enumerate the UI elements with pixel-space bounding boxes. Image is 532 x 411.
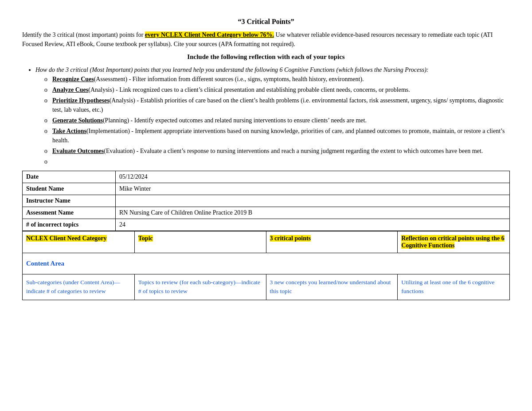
sub-item-empty <box>44 157 510 166</box>
reflection-header-text: Reflection on critical points using the … <box>401 235 505 249</box>
sub-text-4: - Identify expected outcomes and related… <box>129 117 367 124</box>
sub-note-5: (Implementation) <box>86 128 130 134</box>
bullet-item: How do the 3 critical (Most Important) p… <box>35 65 510 166</box>
content-area-row: Content Area <box>23 253 510 274</box>
sub-list: Recognize Cues(Assessment) - Filter info… <box>44 74 510 166</box>
instructor-value <box>116 195 510 207</box>
header-topic: Topic <box>134 231 266 253</box>
bullet-intro-text: How do the 3 critical (Most Important) p… <box>35 67 428 73</box>
instructor-label: Instructor Name <box>23 195 116 207</box>
sub-label-3: Prioritize Hypotheses <box>52 97 110 104</box>
main-header-row: NCLEX Client Need Category Topic 3 criti… <box>23 231 510 253</box>
sub-label-4: Generate Solutions <box>52 117 103 124</box>
sub-label-5: Take Actions <box>52 128 86 134</box>
info-row-date: Date 05/12/2024 <box>23 171 510 183</box>
intro-paragraph: Identify the 3 critical (most important)… <box>22 30 510 49</box>
sub-col4: Utilizing at least one of the 6 cognitiv… <box>398 274 510 300</box>
info-table: Date 05/12/2024 Student Name Mike Winter… <box>22 171 510 231</box>
header-reflection: Reflection on critical points using the … <box>398 231 510 253</box>
info-row-incorrect: # of incorrect topics 24 <box>23 219 510 231</box>
sub-item-2: Analyze Cues(Analysis) - Link recognized… <box>44 85 510 94</box>
header-nclex: NCLEX Client Need Category <box>23 231 135 253</box>
sub-header-row: Sub-categories (under Content Area)—indi… <box>23 274 510 300</box>
topic-header-text: Topic <box>138 235 153 242</box>
nclex-header-text: NCLEX Client Need Category <box>26 235 107 242</box>
main-table: NCLEX Client Need Category Topic 3 criti… <box>22 231 510 300</box>
sub-note-4: (Planning) <box>103 117 129 124</box>
sub-col3: 3 new concepts you learned/now understan… <box>266 274 398 300</box>
date-label: Date <box>23 171 116 183</box>
sub-col2: Topics to review (for each sub-category)… <box>134 274 266 300</box>
date-value: 05/12/2024 <box>116 171 510 183</box>
sub-item-1: Recognize Cues(Assessment) - Filter info… <box>44 74 510 84</box>
content-area-cell: Content Area <box>23 253 510 274</box>
info-row-student: Student Name Mike Winter <box>23 183 510 195</box>
sub-note-2: (Analysis) <box>88 86 114 93</box>
assessment-label: Assessment Name <box>23 207 116 219</box>
bullet-list: How do the 3 critical (Most Important) p… <box>35 65 510 166</box>
assessment-value: RN Nursing Care of Children Online Pract… <box>116 207 510 219</box>
incorrect-value: 24 <box>116 219 510 231</box>
sub-note-6: (Evaluation) <box>104 148 135 154</box>
intro-highlight: every NCLEX Client Need Category below 7… <box>145 31 274 38</box>
sub-item-6: Evaluate Outcomes(Evaluation) - Evaluate… <box>44 146 510 156</box>
content-area-label: Content Area <box>26 260 64 267</box>
sub-item-4: Generate Solutions(Planning) - Identify … <box>44 116 510 125</box>
sub-item-3: Prioritize Hypotheses(Analysis) - Establ… <box>44 96 510 114</box>
header-critical: 3 critical points <box>266 231 398 253</box>
sub-text-2: - Link recognized cues to a client’s cli… <box>114 86 410 93</box>
sub-item-5: Take Actions(Implementation) - Implement… <box>44 126 510 145</box>
sub-col1: Sub-categories (under Content Area)—indi… <box>23 274 135 300</box>
page-title: “3 Critical Points” <box>22 18 510 26</box>
sub-note-3: (Analysis) <box>110 97 135 104</box>
section-heading: Include the following reflection with ea… <box>22 53 510 61</box>
info-row-assessment: Assessment Name RN Nursing Care of Child… <box>23 207 510 219</box>
incorrect-label: # of incorrect topics <box>23 219 116 231</box>
student-label: Student Name <box>23 183 116 195</box>
sub-text-1: - Filter information from different sour… <box>127 76 364 82</box>
sub-note-1: (Assessment) <box>94 76 127 82</box>
sub-text-6: - Evaluate a client’s response to nursin… <box>135 148 483 154</box>
intro-part1: Identify the 3 critical (most important)… <box>22 31 145 38</box>
sub-label-1: Recognize Cues <box>52 76 94 82</box>
sub-label-6: Evaluate Outcomes <box>52 148 104 154</box>
student-value: Mike Winter <box>116 183 510 195</box>
critical-header-text: 3 critical points <box>270 235 311 242</box>
info-row-instructor: Instructor Name <box>23 195 510 207</box>
sub-label-2: Analyze Cues <box>52 86 88 93</box>
